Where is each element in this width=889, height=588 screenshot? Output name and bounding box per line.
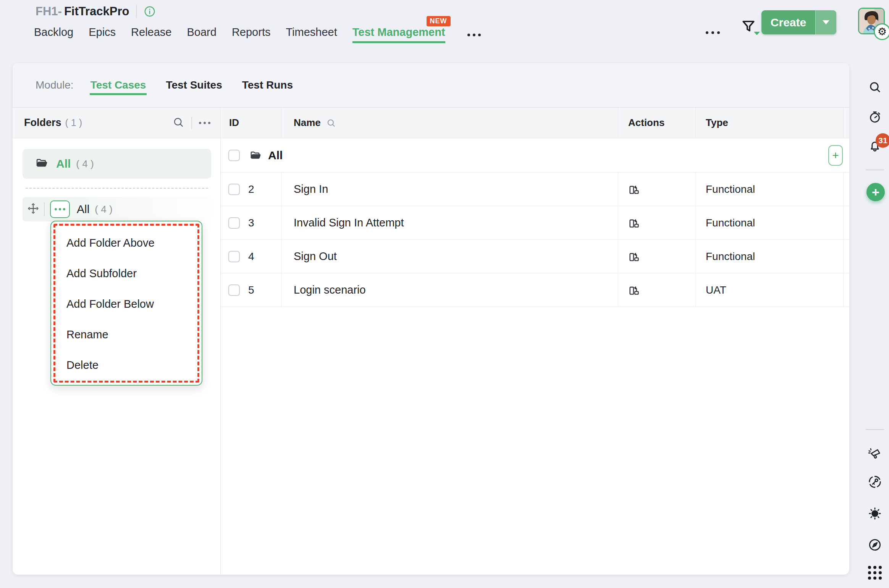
column-header-type[interactable]: Type — [696, 108, 844, 138]
filter-icon[interactable] — [740, 18, 758, 36]
project-code: FH1- — [36, 5, 62, 18]
create-button[interactable]: Create — [761, 10, 836, 34]
column-header-name[interactable]: Name — [281, 108, 618, 138]
folder-count: ( 4 ) — [76, 158, 94, 170]
folder-icon — [250, 150, 261, 161]
global-search-icon[interactable] — [866, 79, 883, 95]
new-badge: NEW — [427, 16, 451, 26]
folder-count: ( 4 ) — [95, 204, 112, 215]
row-type: UAT — [696, 273, 844, 307]
theme-brightness-icon[interactable] — [866, 505, 883, 522]
folder-name: All — [56, 157, 71, 170]
row-id: 4 — [248, 250, 254, 263]
table-row[interactable]: 5 Login scenario UAT — [221, 273, 849, 307]
table-row[interactable]: 2 Sign In Functional — [221, 173, 849, 206]
row-id: 5 — [248, 284, 254, 296]
access-key-icon[interactable] — [866, 473, 883, 490]
row-name[interactable]: Invalid Sign In Attempt — [281, 206, 618, 239]
header-more-icon[interactable] — [706, 31, 720, 34]
row-name[interactable]: Sign Out — [281, 240, 618, 273]
menu-item-add-subfolder[interactable]: Add Subfolder — [66, 258, 202, 289]
clone-action-icon[interactable] — [628, 217, 640, 229]
row-id: 2 — [248, 183, 254, 195]
announcements-icon[interactable] — [866, 445, 883, 462]
table-row[interactable]: 4 Sign Out Functional — [221, 240, 849, 273]
main-panel: Module: Test Cases Test Suites Test Runs… — [13, 63, 849, 575]
folder-name: All — [77, 203, 89, 216]
app-window: FH1- FitTrackPro Backlog Epics Release B… — [0, 0, 889, 588]
folders-search-icon[interactable] — [172, 116, 184, 130]
menu-item-delete[interactable]: Delete — [66, 350, 202, 380]
row-name[interactable]: Sign In — [281, 173, 618, 206]
tab-test-management[interactable]: Test Management NEW — [352, 26, 445, 43]
folders-header: Folders ( 1 ) — [13, 108, 220, 138]
clone-action-icon[interactable] — [628, 284, 640, 296]
nav-overflow-icon[interactable] — [467, 34, 481, 43]
add-test-case-button[interactable]: + — [828, 145, 843, 166]
row-name[interactable]: Login scenario — [281, 273, 618, 307]
row-type: Functional — [696, 240, 844, 273]
header-gutter — [844, 108, 849, 138]
notification-count-badge: 31 — [876, 133, 889, 148]
explore-compass-icon[interactable] — [866, 536, 883, 553]
tab-epics[interactable]: Epics — [89, 26, 116, 43]
table-header: ID Name Actions Type — [221, 108, 849, 138]
timer-icon[interactable] — [866, 108, 883, 125]
right-icon-rail: 31 + — [861, 0, 889, 588]
row-checkbox[interactable] — [228, 284, 240, 296]
tab-test-runs[interactable]: Test Runs — [241, 75, 294, 95]
folders-panel: Folders ( 1 ) — [13, 108, 221, 574]
info-icon[interactable] — [144, 5, 156, 18]
menu-item-rename[interactable]: Rename — [66, 319, 202, 350]
folders-more-icon[interactable] — [199, 122, 210, 124]
folder-icon — [36, 157, 48, 171]
menu-item-add-folder-above[interactable]: Add Folder Above — [66, 228, 202, 258]
row-checkbox[interactable] — [228, 217, 240, 229]
tab-backlog[interactable]: Backlog — [34, 26, 73, 43]
apps-grid-icon[interactable] — [866, 564, 883, 581]
project-header: FH1- FitTrackPro — [36, 5, 156, 18]
column-header-actions[interactable]: Actions — [618, 108, 696, 138]
table-row[interactable]: 3 Invalid Sign In Attempt Functional — [221, 206, 849, 240]
notifications-bell-icon[interactable]: 31 — [866, 138, 883, 155]
folder-group-row: All + — [221, 138, 849, 173]
group-checkbox[interactable] — [228, 150, 240, 161]
divider — [866, 429, 884, 430]
divider — [866, 170, 884, 170]
folder-item-all-selected[interactable]: All ( 4 ) — [23, 197, 211, 221]
divider — [136, 5, 137, 18]
page-title: FitTrackPro — [64, 5, 129, 18]
column-header-name-label: Name — [294, 117, 321, 129]
row-checkbox[interactable] — [228, 184, 240, 195]
column-header-id[interactable]: ID — [221, 108, 281, 138]
tab-test-cases[interactable]: Test Cases — [90, 75, 147, 95]
folders-count: ( 1 ) — [65, 117, 82, 128]
folder-context-menu: Add Folder Above Add Subfolder Add Folde… — [50, 221, 202, 386]
create-dropdown-icon[interactable] — [816, 10, 836, 34]
quick-add-button[interactable]: + — [866, 183, 885, 201]
tab-test-management-label: Test Management — [352, 26, 445, 38]
tab-release[interactable]: Release — [131, 26, 171, 43]
filter-caret-icon — [754, 32, 760, 35]
tab-test-suites[interactable]: Test Suites — [165, 75, 223, 95]
row-type: Functional — [696, 173, 844, 206]
tab-board[interactable]: Board — [187, 26, 217, 43]
create-button-label: Create — [761, 10, 816, 34]
clone-action-icon[interactable] — [628, 250, 640, 263]
dashed-divider — [26, 188, 208, 189]
divider — [191, 117, 192, 129]
test-cases-table: ID Name Actions Type — [221, 108, 849, 574]
name-search-icon[interactable] — [326, 118, 336, 128]
folders-title: Folders — [24, 117, 61, 129]
tab-reports[interactable]: Reports — [232, 26, 271, 43]
folder-options-button[interactable] — [50, 200, 70, 218]
module-label: Module: — [36, 79, 74, 91]
row-checkbox[interactable] — [228, 251, 240, 262]
project-nav: Backlog Epics Release Board Reports Time… — [34, 26, 481, 43]
divider — [44, 202, 45, 216]
drag-move-icon[interactable] — [27, 202, 39, 216]
menu-item-add-folder-below[interactable]: Add Folder Below — [66, 289, 202, 319]
folder-item-all-root[interactable]: All ( 4 ) — [23, 149, 211, 179]
clone-action-icon[interactable] — [628, 183, 640, 195]
tab-timesheet[interactable]: Timesheet — [286, 26, 337, 43]
